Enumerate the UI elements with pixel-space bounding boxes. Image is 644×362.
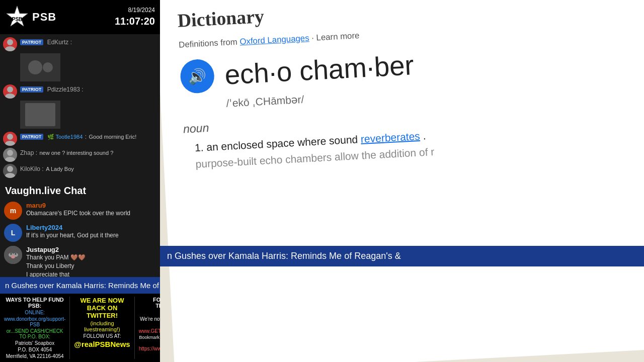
fund-title: WAYS TO HELP FUND PSB: — [4, 297, 65, 309]
list-item: PATRIOT Pdizzle1983 : — [3, 83, 157, 100]
sub-badge: 🌿 Tootle1984 — [47, 134, 83, 140]
def-link[interactable]: reverberates — [360, 130, 420, 145]
patriot-badge: PATRIOT — [20, 86, 43, 93]
old-chat-area: PATRIOT EdKurtz : PATRIOT Pdizzle1983 : — [0, 34, 160, 181]
list-item: PATRIOT EdKurtz : — [3, 36, 157, 52]
bottom-info-bar: WAYS TO HELP FUND PSB: ONLINE: www.donor… — [0, 294, 160, 362]
org-name: Patriots' Soapbox — [4, 340, 65, 346]
chat-username: EdKurtz : — [47, 39, 72, 46]
chat-username: Zhap : — [20, 149, 37, 156]
avatar — [3, 132, 17, 146]
twitter-handle: @realPSBNews — [74, 340, 130, 348]
svg-point-7 — [7, 86, 13, 93]
svg-point-8 — [5, 94, 15, 99]
svg-rect-10 — [25, 103, 55, 126]
twitter-col: WE ARE NOW BACK ON TWITTER! (including l… — [70, 297, 134, 359]
svg-marker-0 — [7, 6, 28, 26]
truthsocial-title: FOLLOW PSB ON TRUTHSOCIAL: — [139, 297, 160, 309]
svg-point-20 — [11, 253, 12, 255]
svg-point-16 — [5, 173, 15, 178]
chat-content: maru9 Obamacare's EPIC took over the wor… — [26, 202, 156, 218]
avatar-image — [20, 53, 60, 81]
datetime: 8/19/2024 11:07:20 — [115, 6, 155, 29]
list-item: L Liberty2024 If it's in your heart, God… — [4, 224, 156, 242]
date-display: 8/19/2024 — [115, 6, 155, 15]
ticker-text: n Gushes over Kamala Harris: Reminds Me … — [5, 281, 160, 290]
truthsocial-col: FOLLOW PSB ON TRUTHSOCIAL: @PSBNews We'r… — [135, 297, 160, 359]
website-link[interactable]: https://www.PatriotsSoapbox.com — [139, 346, 160, 351]
chat-message: new one ? interesting sound ? — [39, 150, 113, 156]
chat-message: Good morning Eric! — [89, 134, 137, 140]
svg-point-13 — [7, 150, 13, 156]
chat-username: Liberty2024 — [26, 224, 156, 231]
list-item: Justapug2 Thank you PAM 🤎🤎Thank you Libe… — [4, 246, 156, 277]
source-text: Definitions from — [179, 37, 237, 49]
twitter-line1: WE ARE NOW BACK ON TWITTER! — [74, 297, 130, 319]
logo-area: PSB PSB — [5, 5, 56, 29]
main-ticker-bar: n Gushes over Kamala Harris: Reminds Me … — [160, 246, 644, 266]
avatar — [4, 246, 22, 264]
chat-username: Pdizzle1983 : — [47, 86, 84, 93]
bookmark-line: Bookmark our website NOW for daily artic… — [139, 335, 160, 345]
list-item: KiloKilo : A Lady Boy — [3, 163, 157, 179]
avatar: L — [4, 224, 22, 242]
list-item: m maru9 Obamacare's EPIC took over the w… — [4, 202, 156, 220]
twitter-line3: FOLLOW US AT: — [74, 333, 130, 339]
svg-point-6 — [43, 62, 53, 72]
truthsocial-handle: @PSBNews — [139, 310, 160, 315]
patriot-badge: PATRIOT — [20, 134, 43, 140]
psb-logo-icon: PSB — [5, 5, 29, 29]
vaughn-title: Vaughn.live Chat — [5, 185, 155, 197]
svg-point-21 — [15, 253, 17, 255]
chat-username: Justapug2 — [26, 246, 156, 253]
chat-username: : — [85, 133, 87, 140]
vaughn-chat-header: Vaughn.live Chat — [0, 181, 160, 199]
avatar — [3, 148, 17, 162]
dict-word: ech·o cham·ber — [224, 49, 415, 91]
sidebar: PSB PSB 8/19/2024 11:07:20 PATRIOT EdKur… — [0, 0, 160, 362]
oxford-link[interactable]: Oxford Languages — [239, 33, 309, 46]
cash-label: or...SEND CASH/CHECK TO P.O. BOX: — [4, 328, 65, 339]
city: Merrifield, VA 22116-4054 — [4, 353, 65, 359]
avatar-image — [20, 101, 60, 129]
chat-message: A Lady Boy — [46, 166, 74, 172]
logo-text: PSB — [32, 11, 56, 24]
chat-content: Justapug2 Thank you PAM 🤎🤎Thank you Libe… — [26, 246, 156, 277]
time-display: 11:07:20 — [115, 14, 155, 28]
chat-content: Liberty2024 If it's in your heart, God p… — [26, 224, 156, 240]
speaker-button[interactable]: 🔊 — [180, 58, 215, 94]
svg-point-5 — [28, 60, 42, 74]
po-box: P.O. BOX 4054 — [4, 347, 65, 352]
list-item: PATRIOT 🌿 Tootle1984 : Good morning Eric… — [3, 131, 157, 147]
donorbox-link[interactable]: www.donorbox.org/support-PSB — [4, 316, 65, 327]
ticker-bar-sidebar: n Gushes over Kamala Harris: Reminds Me … — [0, 277, 160, 294]
svg-point-15 — [7, 166, 13, 172]
chat-messages: m maru9 Obamacare's EPIC took over the w… — [0, 199, 160, 277]
avatar — [3, 37, 17, 51]
svg-point-2 — [7, 39, 13, 45]
chat-message: If it's in your heart, God put it there — [26, 231, 156, 240]
gettr-link[interactable]: www.GETTR.com/user/PSBNews — [139, 328, 160, 334]
svg-text:PSB: PSB — [12, 17, 23, 22]
online-label: ONLINE: — [4, 310, 65, 315]
avatar — [3, 164, 17, 178]
top-bar: PSB PSB 8/19/2024 11:07:20 — [0, 0, 160, 34]
fund-psb-col: WAYS TO HELP FUND PSB: ONLINE: www.donor… — [0, 297, 70, 359]
def-suffix: . — [423, 130, 426, 141]
list-item: Zhap : new one ? interesting sound ? — [3, 147, 157, 163]
patriot-badge: PATRIOT — [20, 39, 43, 45]
gettr-line1: We're now LIVESTREAMING on GETTR: — [139, 316, 160, 327]
main-ticker-text: n Gushes over Kamala Harris: Reminds Me … — [167, 251, 401, 261]
speaker-icon: 🔊 — [188, 67, 207, 85]
svg-point-14 — [5, 157, 15, 162]
dictionary-page: Dictionary Definitions from Oxford Langu… — [160, 0, 644, 362]
svg-point-11 — [7, 134, 13, 140]
twitter-line2: (including livestreaming!) — [74, 320, 130, 332]
avatar — [3, 84, 17, 99]
chat-message: Thank you PAM 🤎🤎Thank you LibertyI appre… — [26, 253, 156, 277]
svg-point-12 — [5, 141, 15, 146]
avatar: m — [4, 202, 22, 220]
chat-username: maru9 — [26, 202, 156, 209]
svg-point-22 — [11, 255, 15, 258]
chat-message: Obamacare's EPIC took over the world — [26, 209, 156, 218]
